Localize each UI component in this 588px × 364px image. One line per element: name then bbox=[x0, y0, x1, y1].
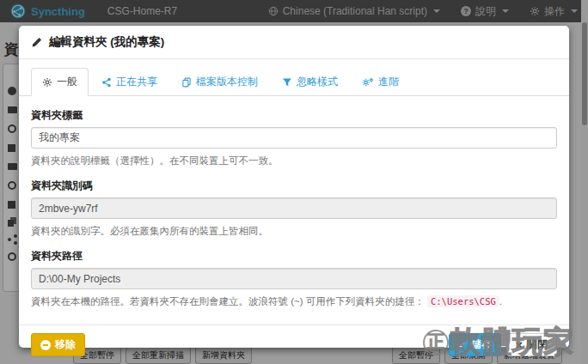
tab-general-label: 一般 bbox=[57, 75, 77, 89]
folder-id-label: 資料夾識別碼 bbox=[31, 179, 557, 193]
folder-id-input bbox=[31, 197, 557, 219]
home-path-code: C:\Users\CSG bbox=[427, 295, 499, 307]
folder-path-label: 資料夾路徑 bbox=[31, 249, 557, 264]
folder-id-help: 資料夾的識別字。必須在叢集內所有的裝置上皆相同。 bbox=[31, 224, 557, 238]
folder-path-help-suffix: . bbox=[499, 296, 502, 306]
pencil-icon bbox=[31, 37, 42, 48]
tab-advanced-label: 進階 bbox=[378, 75, 399, 89]
minus-circle-icon bbox=[40, 340, 51, 350]
folder-label-input[interactable] bbox=[31, 127, 557, 149]
modal-tabs: 一般 正在共享 檔案版本控制 bbox=[19, 59, 569, 96]
modal-header: 編輯資料夾 (我的專案) bbox=[19, 26, 569, 59]
remove-button-label: 移除 bbox=[55, 337, 76, 352]
tab-ignore-patterns-label: 忽略樣式 bbox=[297, 75, 338, 89]
folder-label-group: 資料夾標籤 資料夾的說明標籤（選擇性）。在不同裝置上可不一致。 bbox=[31, 108, 557, 167]
close-button[interactable]: × 關閉 bbox=[506, 333, 557, 356]
copy-icon bbox=[181, 77, 192, 88]
gear-icon bbox=[42, 77, 52, 88]
tab-advanced[interactable]: 進階 bbox=[351, 68, 410, 96]
close-button-label: 關閉 bbox=[527, 337, 548, 352]
save-button-label: 儲存 bbox=[471, 337, 492, 352]
save-button[interactable]: ✓ 儲存 bbox=[449, 333, 501, 356]
syncthing-page: Syncthing CSG-Home-R7 Chinese (Tradition… bbox=[0, 0, 588, 364]
modal-body: 資料夾標籤 資料夾的說明標籤（選擇性）。在不同裝置上可不一致。 資料夾識別碼 資… bbox=[19, 96, 569, 325]
folder-label-help: 資料夾的說明標籤（選擇性）。在不同裝置上可不一致。 bbox=[31, 154, 557, 167]
folder-path-help-text: 資料夾在本機的路徑。若資料夾不存在則會建立。波浪符號 (~) 可用作下列資料夾的… bbox=[31, 296, 425, 306]
tab-file-versioning-label: 檔案版本控制 bbox=[196, 75, 258, 89]
tab-sharing-label: 正在共享 bbox=[116, 75, 157, 89]
tab-sharing[interactable]: 正在共享 bbox=[90, 68, 168, 96]
modal-footer: 移除 ✓ 儲存 × 關閉 bbox=[19, 325, 569, 364]
folder-label-label: 資料夾標籤 bbox=[31, 108, 557, 123]
filter-icon bbox=[282, 77, 292, 88]
close-icon: × bbox=[516, 341, 523, 349]
folder-path-input bbox=[31, 268, 557, 289]
page-scrollbar[interactable] bbox=[581, 0, 588, 364]
edit-folder-modal: 編輯資料夾 (我的專案) 一般 正在共享 bbox=[19, 26, 569, 348]
remove-folder-button[interactable]: 移除 bbox=[31, 333, 85, 356]
tab-file-versioning[interactable]: 檔案版本控制 bbox=[170, 68, 269, 96]
folder-id-group: 資料夾識別碼 資料夾的識別字。必須在叢集內所有的裝置上皆相同。 bbox=[31, 179, 557, 238]
modal-title: 編輯資料夾 (我的專案) bbox=[49, 34, 164, 50]
tab-general[interactable]: 一般 bbox=[31, 68, 89, 96]
folder-path-group: 資料夾路徑 資料夾在本機的路徑。若資料夾不存在則會建立。波浪符號 (~) 可用作… bbox=[31, 249, 557, 308]
scrollbar-thumb[interactable] bbox=[582, 22, 587, 125]
folder-path-help: 資料夾在本機的路徑。若資料夾不存在則會建立。波浪符號 (~) 可用作下列資料夾的… bbox=[31, 294, 557, 308]
gears-icon bbox=[362, 77, 374, 88]
tab-ignore-patterns[interactable]: 忽略樣式 bbox=[271, 68, 349, 96]
check-icon: ✓ bbox=[458, 339, 467, 351]
share-icon bbox=[101, 77, 112, 88]
